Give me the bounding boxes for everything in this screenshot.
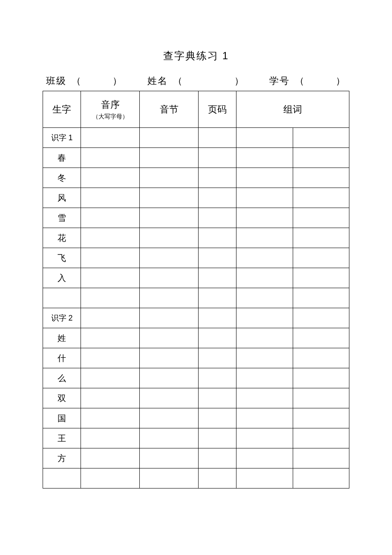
cell-blank[interactable] <box>236 208 293 228</box>
cell-blank[interactable] <box>81 328 140 348</box>
cell-blank[interactable] <box>81 408 140 428</box>
cell-char: 入 <box>43 268 81 288</box>
cell-blank[interactable] <box>81 208 140 228</box>
table-row: 识字 1 <box>43 128 349 148</box>
cell-blank[interactable] <box>140 308 199 328</box>
cell-blank[interactable] <box>293 248 349 268</box>
cell-blank[interactable] <box>293 368 349 388</box>
cell-blank[interactable] <box>199 188 236 208</box>
id-blank[interactable]: （ ） <box>295 75 346 87</box>
cell-blank[interactable] <box>140 148 199 168</box>
cell-blank[interactable] <box>140 448 199 468</box>
cell-blank[interactable] <box>236 328 293 348</box>
cell-blank[interactable] <box>140 388 199 408</box>
cell-blank[interactable] <box>81 148 140 168</box>
cell-blank[interactable] <box>293 408 349 428</box>
cell-blank[interactable] <box>236 148 293 168</box>
cell-blank[interactable] <box>199 348 236 368</box>
table-row: 雪 <box>43 208 349 228</box>
cell-blank[interactable] <box>293 268 349 288</box>
cell-char: 王 <box>43 428 81 448</box>
class-blank[interactable]: （ ） <box>72 75 123 87</box>
cell-blank[interactable] <box>236 428 293 448</box>
cell-blank[interactable] <box>236 228 293 248</box>
cell-blank[interactable] <box>81 308 140 328</box>
cell-blank[interactable] <box>140 348 199 368</box>
cell-blank[interactable] <box>199 208 236 228</box>
cell-blank[interactable] <box>293 448 349 468</box>
cell-blank[interactable] <box>81 388 140 408</box>
cell-blank[interactable] <box>140 468 199 489</box>
cell-blank[interactable] <box>81 348 140 368</box>
cell-blank[interactable] <box>199 268 236 288</box>
cell-blank[interactable] <box>81 248 140 268</box>
cell-blank[interactable] <box>293 168 349 188</box>
cell-blank[interactable] <box>199 368 236 388</box>
cell-blank[interactable] <box>293 428 349 448</box>
cell-blank[interactable] <box>199 448 236 468</box>
cell-blank[interactable] <box>293 468 349 489</box>
cell-blank[interactable] <box>140 188 199 208</box>
cell-blank[interactable] <box>199 468 236 489</box>
cell-blank[interactable] <box>140 228 199 248</box>
cell-blank[interactable] <box>293 188 349 208</box>
cell-blank[interactable] <box>236 368 293 388</box>
cell-blank[interactable] <box>81 268 140 288</box>
cell-blank[interactable] <box>236 248 293 268</box>
cell-blank[interactable] <box>293 308 349 328</box>
cell-blank[interactable] <box>236 128 293 148</box>
cell-blank[interactable] <box>140 248 199 268</box>
cell-blank[interactable] <box>293 388 349 408</box>
cell-blank[interactable] <box>81 428 140 448</box>
cell-blank[interactable] <box>293 208 349 228</box>
table-row: 冬 <box>43 168 349 188</box>
cell-blank[interactable] <box>236 348 293 368</box>
cell-blank[interactable] <box>293 128 349 148</box>
cell-blank[interactable] <box>199 148 236 168</box>
cell-blank[interactable] <box>199 228 236 248</box>
cell-blank[interactable] <box>140 208 199 228</box>
cell-blank[interactable] <box>293 148 349 168</box>
cell-char: 花 <box>43 228 81 248</box>
cell-blank[interactable] <box>199 288 236 308</box>
cell-blank[interactable] <box>199 128 236 148</box>
cell-blank[interactable] <box>140 328 199 348</box>
cell-blank[interactable] <box>140 428 199 448</box>
cell-blank[interactable] <box>81 468 140 489</box>
cell-blank[interactable] <box>140 168 199 188</box>
cell-blank[interactable] <box>236 308 293 328</box>
cell-blank[interactable] <box>81 288 140 308</box>
cell-blank[interactable] <box>236 268 293 288</box>
cell-blank[interactable] <box>293 288 349 308</box>
cell-blank[interactable] <box>236 388 293 408</box>
cell-blank[interactable] <box>140 128 199 148</box>
cell-blank[interactable] <box>236 448 293 468</box>
cell-blank[interactable] <box>293 328 349 348</box>
cell-blank[interactable] <box>199 408 236 428</box>
cell-blank[interactable] <box>293 228 349 248</box>
cell-blank[interactable] <box>236 408 293 428</box>
cell-blank[interactable] <box>140 368 199 388</box>
cell-blank[interactable] <box>81 228 140 248</box>
cell-blank[interactable] <box>199 248 236 268</box>
cell-blank[interactable] <box>81 168 140 188</box>
cell-blank[interactable] <box>199 328 236 348</box>
cell-blank[interactable] <box>293 348 349 368</box>
name-blank[interactable]: （ ） <box>173 75 245 87</box>
cell-blank[interactable] <box>199 388 236 408</box>
cell-blank[interactable] <box>140 408 199 428</box>
cell-blank[interactable] <box>81 368 140 388</box>
cell-blank[interactable] <box>236 168 293 188</box>
cell-blank[interactable] <box>199 308 236 328</box>
cell-blank[interactable] <box>236 468 293 489</box>
cell-blank[interactable] <box>199 168 236 188</box>
cell-blank[interactable] <box>81 448 140 468</box>
cell-blank[interactable] <box>140 268 199 288</box>
cell-blank[interactable] <box>199 428 236 448</box>
cell-blank[interactable] <box>81 188 140 208</box>
cell-blank[interactable] <box>236 188 293 208</box>
header-yinxu-main: 音序 <box>101 99 120 110</box>
cell-blank[interactable] <box>81 128 140 148</box>
cell-blank[interactable] <box>140 288 199 308</box>
cell-blank[interactable] <box>236 288 293 308</box>
